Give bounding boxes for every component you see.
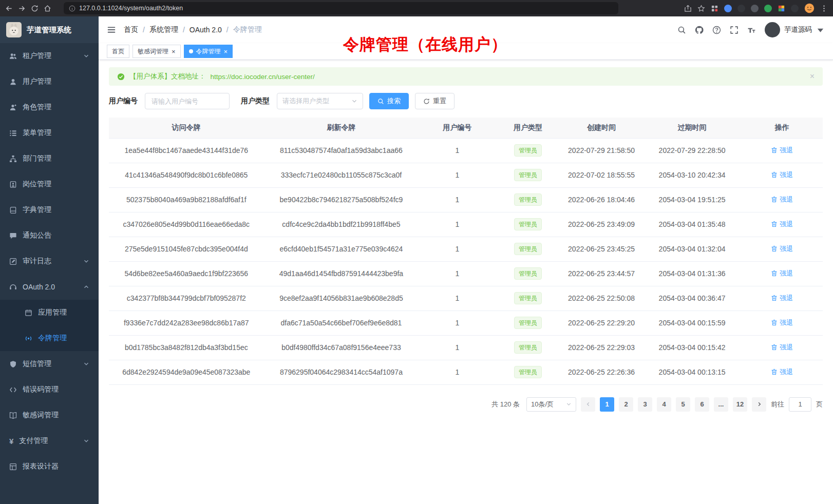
user-id-input[interactable] <box>145 93 230 109</box>
force-logout-button[interactable]: 强退 <box>771 318 793 327</box>
user-type-select[interactable]: 请选择用户类型 <box>277 93 363 109</box>
alert-close-icon[interactable]: × <box>810 72 815 81</box>
page-size-select[interactable]: 10条/页 <box>526 397 576 412</box>
table-row: 6d842e2924594de9a09e45e087323abe8796295f… <box>109 360 823 384</box>
force-logout-button[interactable]: 强退 <box>771 343 793 352</box>
tab-item[interactable]: 令牌管理× <box>184 45 233 58</box>
fullscreen-icon[interactable] <box>730 26 739 34</box>
page-button[interactable]: 1 <box>600 397 614 412</box>
page-button[interactable]: 2 <box>619 397 633 412</box>
user-menu[interactable]: 芋道源码 <box>765 22 825 37</box>
sidebar-item[interactable]: ¥支付管理 <box>0 428 99 454</box>
created-at-cell: 2022-06-25 23:44:57 <box>560 261 642 286</box>
extension-icon[interactable] <box>751 5 759 12</box>
tab-item[interactable]: 敏感词管理× <box>132 45 181 58</box>
force-logout-button[interactable]: 强退 <box>771 294 793 303</box>
force-logout-button[interactable]: 强退 <box>771 244 793 254</box>
force-logout-button[interactable]: 强退 <box>771 269 793 278</box>
created-at-cell: 2022-06-25 22:29:20 <box>560 311 642 335</box>
bookmark-star-icon[interactable] <box>697 5 705 12</box>
created-at-cell: 2022-07-29 21:58:50 <box>560 138 642 163</box>
extension-icon[interactable] <box>724 5 732 12</box>
search-button[interactable]: 搜索 <box>369 93 409 109</box>
search-icon[interactable] <box>677 26 686 34</box>
browser-forward-icon[interactable] <box>18 5 26 12</box>
sidebar-item[interactable]: 敏感词管理 <box>0 402 99 428</box>
extension-icon[interactable] <box>791 5 799 12</box>
sidebar-item[interactable]: 部门管理 <box>0 146 99 171</box>
force-logout-button[interactable]: 强退 <box>771 367 793 377</box>
sidebar-item[interactable]: 错误码管理 <box>0 377 99 402</box>
trash-icon <box>771 245 778 252</box>
sidebar-item[interactable]: OAuth 2.0 <box>0 274 99 300</box>
reset-button[interactable]: 重置 <box>415 93 455 109</box>
sidebar-item[interactable]: 用户管理 <box>0 69 99 94</box>
user-id-cell: 1 <box>419 212 496 237</box>
tab-close-icon[interactable]: × <box>224 48 228 55</box>
page-button[interactable]: 12 <box>733 397 747 412</box>
prev-page-button[interactable] <box>581 397 595 412</box>
sidebar-item[interactable]: 角色管理 <box>0 94 99 120</box>
page-button[interactable]: 5 <box>676 397 690 412</box>
created-at-cell: 2022-07-02 18:55:55 <box>560 163 642 187</box>
page-button[interactable]: 3 <box>638 397 652 412</box>
sidebar-item[interactable]: 通知公告 <box>0 223 99 248</box>
page-button[interactable]: ... <box>714 397 728 412</box>
browser-home-icon[interactable] <box>44 5 51 12</box>
sidebar-item[interactable]: 短信管理 <box>0 351 99 377</box>
github-icon[interactable] <box>695 26 704 34</box>
trash-icon <box>771 171 778 178</box>
extension-icon[interactable] <box>764 5 772 12</box>
address-bar[interactable]: 127.0.0.1:1024/system/oauth2/token <box>64 2 618 14</box>
doc-link[interactable]: https://doc.iocoder.cn/user-center/ <box>211 73 315 81</box>
force-logout-button[interactable]: 强退 <box>771 220 793 229</box>
next-page-button[interactable] <box>752 397 766 412</box>
sidebar-item[interactable]: 菜单管理 <box>0 120 99 146</box>
sidebar-item[interactable]: 字典管理 <box>0 197 99 223</box>
tab-item[interactable]: 首页 <box>107 45 129 58</box>
sidebar-toggle-icon[interactable] <box>107 25 116 34</box>
page-button[interactable]: 4 <box>657 397 671 412</box>
sms-icon <box>9 360 17 368</box>
breadcrumb-item[interactable]: 首页 <box>124 25 138 34</box>
browser-menu-icon[interactable] <box>820 5 828 12</box>
help-icon[interactable] <box>712 26 721 34</box>
refresh-token-cell: be90422b8c7946218275a508bf524fc9 <box>264 187 419 212</box>
extensions-puzzle-icon[interactable] <box>778 5 785 12</box>
browser-refresh-icon[interactable] <box>31 5 39 12</box>
sidebar-item[interactable]: 租户管理 <box>0 43 99 69</box>
sidebar-item[interactable]: 令牌管理 <box>0 325 99 351</box>
browser-profile-avatar[interactable] <box>804 3 815 13</box>
sidebar-item[interactable]: 岗位管理 <box>0 171 99 197</box>
sidebar-item-label: 支付管理 <box>19 436 48 445</box>
app-logo[interactable]: 芋道管理系统 <box>0 16 99 43</box>
force-logout-button[interactable]: 强退 <box>771 170 793 180</box>
user-id-cell: 1 <box>419 286 496 311</box>
sidebar-item[interactable]: 审计日志 <box>0 248 99 274</box>
user-id-cell: 1 <box>419 335 496 360</box>
select-placeholder: 请选择用户类型 <box>282 96 329 106</box>
sidebar-item[interactable]: 报表设计器 <box>0 454 99 479</box>
breadcrumb-item[interactable]: OAuth 2.0 <box>190 26 222 34</box>
tree-icon <box>9 155 17 163</box>
extension-icon[interactable] <box>737 5 745 12</box>
share-icon[interactable] <box>684 5 692 12</box>
oauth-icon <box>9 283 17 291</box>
reset-button-label: 重置 <box>433 96 446 106</box>
force-logout-button[interactable]: 强退 <box>771 195 793 204</box>
browser-back-icon[interactable] <box>5 5 13 12</box>
refresh-token-cell: dfa6c71a50a54c66bef706ef9e6e8d81 <box>264 311 419 335</box>
sidebar-item-label: 报表设计器 <box>23 462 59 471</box>
tab-label: 首页 <box>112 47 124 56</box>
font-size-icon[interactable] <box>747 26 756 34</box>
breadcrumb-item[interactable]: 系统管理 <box>149 25 178 34</box>
sidebar-item[interactable]: 应用管理 <box>0 300 99 325</box>
site-info-icon[interactable] <box>69 5 75 12</box>
extension-badge-icon[interactable] <box>711 5 718 12</box>
goto-page-input[interactable] <box>789 397 811 412</box>
trash-icon <box>771 270 778 277</box>
force-logout-label: 强退 <box>780 343 793 352</box>
tab-close-icon[interactable]: × <box>172 48 176 55</box>
force-logout-button[interactable]: 强退 <box>771 146 793 155</box>
page-button[interactable]: 6 <box>695 397 709 412</box>
